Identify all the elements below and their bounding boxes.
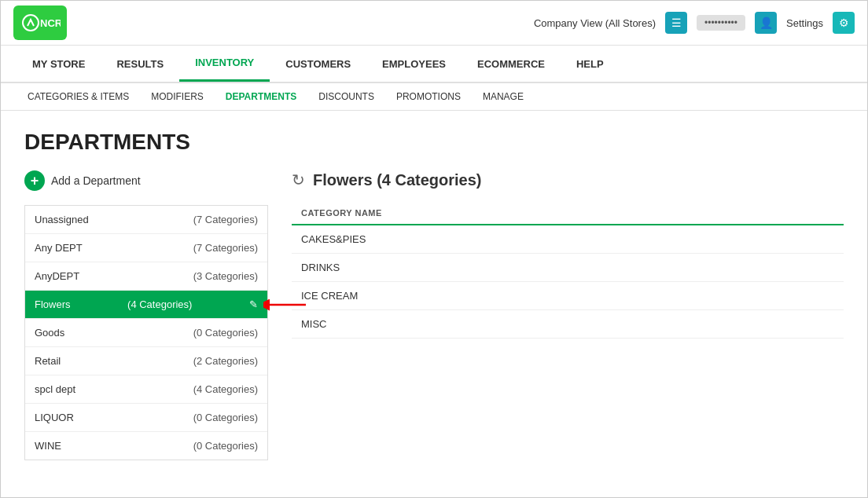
nav-inventory[interactable]: INVENTORY [179,46,270,82]
red-arrow-annotation [263,297,307,313]
main-nav: MY STORE RESULTS INVENTORY CUSTOMERS EMP… [1,46,867,83]
nav-help[interactable]: HELP [561,47,620,81]
dept-row[interactable]: LIQUOR (0 Categories) [25,404,267,432]
nav-my-store[interactable]: MY STORE [17,47,101,81]
svg-point-0 [23,15,39,31]
settings-gear-btn[interactable]: ⚙ [833,12,855,34]
dept-row[interactable]: WINE (0 Categories) [25,432,267,460]
right-panel: ↻ Flowers (4 Categories) CATEGORY NAME C… [292,170,844,460]
nav-customers[interactable]: CUSTOMERS [270,47,366,81]
subnav-categories-items[interactable]: CATEGORIES & ITEMS [17,83,140,110]
nav-ecommerce[interactable]: ECOMMERCE [462,47,561,81]
dept-row[interactable]: Any DEPT (7 Categories) [25,234,267,262]
dept-list: Unassigned (7 Categories) Any DEPT (7 Ca… [24,205,268,460]
dept-row[interactable]: Retail (2 Categories) [25,347,267,375]
dept-row[interactable]: AnyDEPT (3 Categories) [25,262,267,291]
edit-dept-icon[interactable]: ✎ [249,298,258,310]
table-row[interactable]: CAKES&PIES [292,225,844,254]
svg-text:NCR: NCR [40,17,61,29]
add-dept-label: Add a Department [51,174,141,187]
dept-header: ↻ Flowers (4 Categories) [292,170,844,189]
ncr-logo: NCR [13,5,67,40]
subnav-departments[interactable]: DEPARTMENTS [215,83,307,110]
table-row[interactable]: ICE CREAM [292,282,844,310]
nav-employees[interactable]: EMPLOYEES [366,47,462,81]
user-icon-btn[interactable]: 👤 [755,12,777,34]
refresh-icon[interactable]: ↻ [292,170,305,189]
dept-row[interactable]: Unassigned (7 Categories) [25,206,267,234]
nav-results[interactable]: RESULTS [101,47,179,81]
subnav-promotions[interactable]: PROMOTIONS [385,83,472,110]
company-view: Company View (All Stores) [534,17,656,29]
add-dept-button[interactable]: + Add a Department [24,170,268,191]
table-row[interactable]: MISC [292,310,844,339]
sub-nav: CATEGORIES & ITEMS MODIFIERS DEPARTMENTS… [1,83,867,111]
table-row[interactable]: DRINKS [292,254,844,282]
subnav-modifiers[interactable]: MODIFIERS [140,83,215,110]
category-table: CATEGORY NAME CAKES&PIES DRINKS ICE CREA… [292,202,844,339]
left-panel: + Add a Department Unassigned (7 Categor… [24,170,268,460]
dept-row-flowers[interactable]: Flowers (4 Categories) ✎ [25,291,267,319]
dept-row[interactable]: Goods (0 Categories) [25,319,267,347]
store-icon-btn[interactable]: ☰ [665,12,687,34]
dept-row-flowers-wrapper: Flowers (4 Categories) ✎ [25,291,267,319]
add-dept-icon: + [24,170,45,191]
settings-label: Settings [786,17,823,29]
subnav-discounts[interactable]: DISCOUNTS [307,83,385,110]
dept-row[interactable]: spcl dept (4 Categories) [25,375,267,404]
page-title: DEPARTMENTS [24,130,844,155]
dept-header-title: Flowers (4 Categories) [313,171,482,189]
subnav-manage[interactable]: MANAGE [472,83,535,110]
category-name-header: CATEGORY NAME [292,202,844,225]
user-pill: •••••••••• [697,15,745,31]
